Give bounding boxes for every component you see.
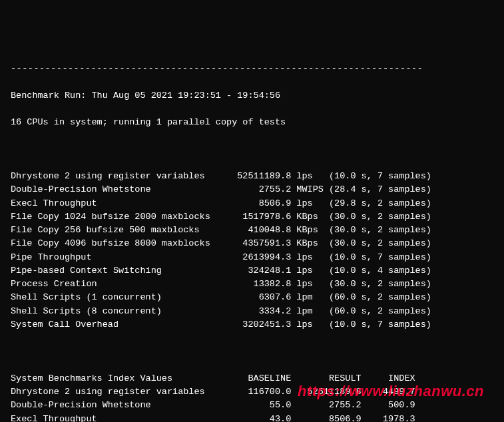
blank-line <box>11 345 493 358</box>
blank-line <box>11 143 493 156</box>
benchmark-run-info: Benchmark Run: Thu Aug 05 2021 19:23:51 … <box>11 89 493 103</box>
result-row: Pipe Throughput 2613994.3 lps (10.0 s, 7… <box>11 251 493 264</box>
results-section: Dhrystone 2 using register variables 525… <box>11 170 493 331</box>
index-row: Execl Throughput 43.0 8506.9 1978.3 <box>11 413 493 423</box>
divider-top: ----------------------------------------… <box>11 62 493 75</box>
result-row: Execl Throughput 8506.9 lps (29.8 s, 2 s… <box>11 197 493 210</box>
result-row: Process Creation 13382.8 lps (30.0 s, 2 … <box>11 278 493 291</box>
result-row: Dhrystone 2 using register variables 525… <box>11 170 493 183</box>
cpu-info: 16 CPUs in system; running 1 parallel co… <box>11 116 493 129</box>
result-row: File Copy 4096 bufsize 8000 maxblocks 43… <box>11 237 493 250</box>
result-row: Shell Scripts (8 concurrent) 3334.2 lpm … <box>11 305 493 318</box>
result-row: Shell Scripts (1 concurrent) 6307.6 lpm … <box>11 291 493 304</box>
result-row: Double-Precision Whetstone 2755.2 MWIPS … <box>11 183 493 196</box>
result-row: File Copy 1024 bufsize 2000 maxblocks 15… <box>11 210 493 224</box>
result-row: Pipe-based Context Switching 324248.1 lp… <box>11 264 493 278</box>
result-row: File Copy 256 bufsize 500 maxblocks 4100… <box>11 224 493 237</box>
watermark-url: https://www.liuzhanwu.cn <box>298 380 484 402</box>
result-row: System Call Overhead 3202451.3 lps (10.0… <box>11 318 493 331</box>
